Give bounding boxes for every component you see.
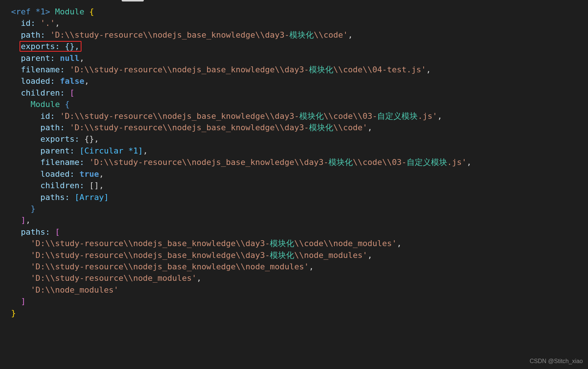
watermark: CSDN @Stitch_xiao: [530, 355, 583, 367]
prop-paths: paths:: [21, 227, 50, 237]
child-prop-path: path:: [40, 123, 65, 132]
child-prop-paths: paths:: [40, 193, 69, 202]
paths-0-prefix: 'D:\\study-resource\\nodejs_base_knowled…: [31, 239, 270, 248]
prop-parent: parent:: [21, 54, 55, 63]
prop-children: children:: [21, 88, 65, 97]
val-path-cjk: 模块化: [289, 30, 314, 39]
val-filename-suffix: \\code\\04-test.js': [333, 65, 426, 74]
val-path-suffix: \\code': [314, 30, 348, 39]
child-prop-exports: exports:: [40, 134, 79, 144]
paths-4: 'D:\\node_modules': [31, 285, 118, 294]
exports-line: exports: {},: [21, 42, 80, 51]
child-prop-loaded: loaded:: [40, 169, 74, 179]
array-ref: [Array]: [74, 193, 109, 202]
child-prop-id: id:: [40, 111, 55, 121]
val-loaded: false: [60, 76, 84, 86]
prop-id: id:: [21, 18, 36, 28]
paths-1-prefix: 'D:\\study-resource\\nodejs_base_knowled…: [31, 251, 270, 260]
paths-2: 'D:\\study-resource\\nodejs_base_knowled…: [31, 262, 309, 271]
prop-path: path:: [21, 30, 45, 39]
val-filename-cjk: 模块化: [309, 65, 333, 74]
val-parent: null: [60, 54, 79, 63]
prop-loaded: loaded:: [21, 76, 55, 86]
child-type: Module: [31, 100, 60, 109]
highlighted-exports: exports: {},: [20, 41, 82, 52]
val-id: '.': [41, 18, 55, 28]
circular-ref: [Circular *1]: [79, 146, 143, 155]
module-type: Module: [55, 7, 84, 16]
child-prop-filename: filename:: [40, 158, 84, 167]
paths-3: 'D:\\study-resource\\node_modules': [31, 273, 196, 283]
child-prop-parent: parent:: [40, 146, 74, 155]
val-filename-prefix: 'D:\\study-resource\\nodejs_base_knowled…: [70, 65, 309, 74]
prop-filename: filename:: [21, 65, 65, 74]
val-path-prefix: 'D:\\study-resource\\nodejs_base_knowled…: [50, 30, 289, 39]
code-output: <ref *1> Module { id: '.', path: 'D:\\st…: [0, 0, 588, 319]
top-divider: [122, 0, 144, 1]
child-prop-children: children:: [40, 181, 84, 190]
ref-marker: <ref *1>: [11, 7, 50, 16]
